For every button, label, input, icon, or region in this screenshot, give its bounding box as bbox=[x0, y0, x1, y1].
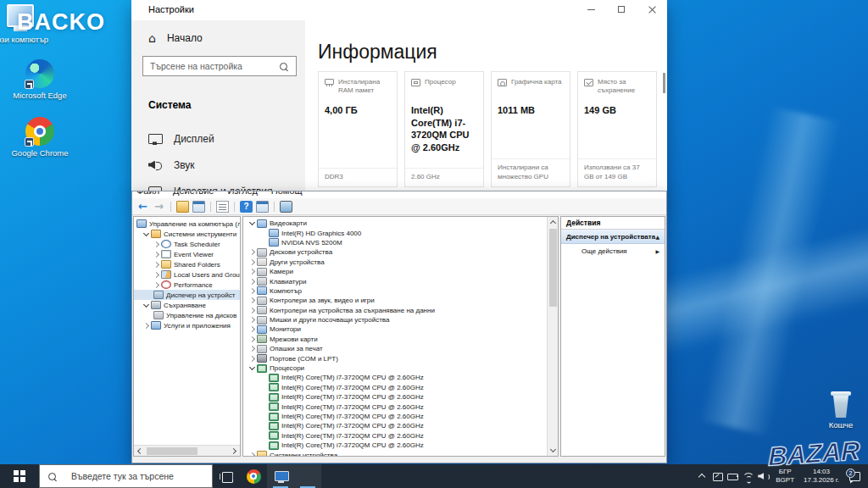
menu-item[interactable]: Действие bbox=[173, 191, 214, 196]
scrollbar-thumb[interactable] bbox=[147, 447, 198, 455]
taskbar-app-button[interactable] bbox=[213, 464, 240, 488]
chevron-icon[interactable] bbox=[248, 452, 256, 457]
device-tree-item[interactable]: Видеокарти bbox=[243, 219, 558, 228]
chevron-icon[interactable] bbox=[248, 336, 256, 343]
scroll-up-button[interactable] bbox=[548, 217, 559, 228]
chevron-icon[interactable] bbox=[248, 248, 256, 256]
wifi-icon[interactable] bbox=[740, 464, 755, 488]
device-tree-item[interactable]: Контролери на устройства за съхраняване … bbox=[243, 306, 558, 315]
chevron-icon[interactable] bbox=[248, 325, 256, 333]
settings-search-input[interactable] bbox=[143, 61, 280, 71]
device-tree-item[interactable]: Intel(R) Core(TM) i7-3720QM CPU @ 2.60GH… bbox=[243, 402, 558, 411]
scroll-right-button[interactable] bbox=[229, 446, 240, 457]
menu-item[interactable]: Изглед bbox=[227, 191, 257, 196]
device-tree-item[interactable]: Контролери за звук, видео и игри bbox=[243, 296, 558, 305]
sidebar-nav-item[interactable]: Звук bbox=[131, 152, 305, 178]
device-tree-item[interactable]: Портове (COM и LPT) bbox=[243, 353, 558, 363]
chevron-icon[interactable] bbox=[248, 258, 256, 266]
chevron-icon[interactable] bbox=[153, 251, 160, 258]
device-tree-item[interactable]: NVIDIA NVS 5200M bbox=[243, 238, 558, 247]
taskbar-search-input[interactable] bbox=[71, 471, 212, 481]
chevron-icon[interactable] bbox=[153, 271, 160, 279]
extended-view-icon[interactable] bbox=[256, 201, 269, 213]
console-tree-item[interactable]: Управление на компютъра (л bbox=[134, 219, 240, 229]
chevron-icon[interactable] bbox=[248, 268, 256, 275]
console-tree-item[interactable]: Управление на дисков bbox=[134, 310, 240, 320]
device-tree-item[interactable]: Системни устройства bbox=[243, 450, 558, 457]
scrollbar-thumb[interactable] bbox=[549, 229, 557, 307]
device-tree-item[interactable]: Компютър bbox=[243, 286, 558, 296]
device-tree-item[interactable]: Intel(R) Core(TM) i7-3720QM CPU @ 2.60GH… bbox=[243, 392, 558, 402]
sep-icon[interactable] bbox=[274, 202, 275, 212]
scan-hardware-icon[interactable] bbox=[280, 201, 292, 213]
console-tree-item[interactable]: Performance bbox=[134, 280, 240, 290]
device-tree-item[interactable]: Мрежови карти bbox=[243, 335, 558, 344]
device-tree-item[interactable]: Intel(R) Core(TM) i7-3720QM CPU @ 2.60GH… bbox=[243, 412, 558, 421]
chevron-icon[interactable] bbox=[248, 316, 256, 324]
chevron-icon[interactable] bbox=[248, 219, 256, 227]
console-tree-item[interactable]: Диспечер на устройст bbox=[134, 290, 240, 300]
recycle-bin[interactable]: Кошче bbox=[815, 391, 866, 430]
minimize-button[interactable] bbox=[576, 0, 606, 19]
pen-icon[interactable] bbox=[709, 464, 725, 488]
chevron-icon[interactable] bbox=[142, 230, 150, 238]
console-tree-item[interactable]: Shared Folders bbox=[134, 259, 240, 269]
action-center-button[interactable]: 2 bbox=[843, 472, 866, 481]
sep-icon[interactable] bbox=[210, 202, 211, 212]
actions-group-bar[interactable]: Диспечер на устройствата ▲ bbox=[561, 230, 665, 244]
forward-icon[interactable] bbox=[153, 201, 165, 213]
collapse-icon[interactable]: ▲ bbox=[655, 234, 659, 240]
settings-titlebar[interactable]: Настройки bbox=[131, 0, 667, 20]
console-tree-item[interactable]: Услуги и приложения bbox=[134, 320, 240, 330]
hidden-icons-chevron-icon[interactable] bbox=[694, 464, 709, 488]
sidebar-item-home[interactable]: ⌂ Начало bbox=[148, 32, 203, 44]
help-icon[interactable] bbox=[240, 201, 253, 213]
device-tree-item[interactable]: Монитори bbox=[243, 324, 558, 334]
device-tree-item[interactable]: Мишки и други посочващи устройства bbox=[243, 315, 558, 324]
device-tree-item[interactable]: Други устройства bbox=[243, 258, 558, 267]
device-tree-item[interactable]: Intel(R) Core(TM) i7-3720QM CPU @ 2.60GH… bbox=[243, 373, 558, 382]
chevron-icon[interactable] bbox=[248, 307, 256, 314]
device-tree-item[interactable]: Клавиатури bbox=[243, 276, 558, 286]
vertical-scrollbar[interactable] bbox=[547, 217, 558, 456]
properties-window-icon[interactable] bbox=[192, 201, 205, 213]
horizontal-scrollbar[interactable] bbox=[134, 445, 240, 456]
more-actions-item[interactable]: Още действия ▶ bbox=[561, 244, 665, 258]
taskbar-clock[interactable]: 14:03 17.3.2026 г. bbox=[799, 468, 843, 484]
sep-icon[interactable] bbox=[170, 202, 171, 212]
back-icon[interactable] bbox=[136, 201, 149, 213]
maximize-button[interactable] bbox=[606, 0, 637, 19]
desktop-icon[interactable]: Google Chrome bbox=[8, 117, 72, 158]
chevron-icon[interactable] bbox=[248, 278, 256, 286]
device-tree-item[interactable]: Intel(R) Core(TM) i7-3720QM CPU @ 2.60GH… bbox=[243, 441, 558, 450]
chevron-icon[interactable] bbox=[248, 297, 256, 304]
chevron-icon[interactable] bbox=[248, 287, 256, 295]
chevron-icon[interactable] bbox=[248, 355, 256, 363]
device-tree-item[interactable]: Intel(R) HD Graphics 4000 bbox=[243, 228, 558, 237]
menu-item[interactable]: Файл bbox=[136, 191, 159, 196]
chevron-icon[interactable] bbox=[248, 345, 256, 352]
chevron-icon[interactable] bbox=[153, 241, 160, 248]
console-tree-item[interactable]: Task Scheduler bbox=[134, 239, 240, 249]
device-tree-item[interactable]: Intel(R) Core(TM) i7-3720QM CPU @ 2.60GH… bbox=[243, 383, 558, 392]
taskbar-search-box[interactable] bbox=[39, 464, 213, 488]
settings-scrollbar-thumb[interactable] bbox=[663, 73, 665, 93]
taskbar-app-button[interactable] bbox=[267, 464, 294, 488]
sidebar-nav-item[interactable]: Дисплей bbox=[131, 125, 305, 152]
chevron-icon[interactable] bbox=[153, 261, 160, 269]
show-console-tree-icon[interactable] bbox=[176, 201, 189, 213]
scroll-down-button[interactable] bbox=[548, 445, 559, 456]
device-tree-item[interactable]: Опашки за печат bbox=[243, 344, 558, 353]
chevron-icon[interactable] bbox=[142, 302, 150, 309]
console-tree-item[interactable]: Event Viewer bbox=[134, 249, 240, 259]
scroll-left-button[interactable] bbox=[134, 446, 145, 457]
export-list-icon[interactable] bbox=[216, 201, 229, 213]
battery-icon[interactable] bbox=[725, 464, 740, 488]
console-tree-item[interactable]: Системни инструменти bbox=[134, 229, 240, 239]
chevron-icon[interactable] bbox=[248, 364, 256, 372]
start-button[interactable] bbox=[0, 464, 39, 488]
device-tree-item[interactable]: Процесори bbox=[243, 363, 558, 373]
settings-search-box[interactable] bbox=[142, 56, 297, 76]
close-button[interactable] bbox=[637, 0, 667, 19]
sep-icon[interactable] bbox=[234, 202, 235, 212]
